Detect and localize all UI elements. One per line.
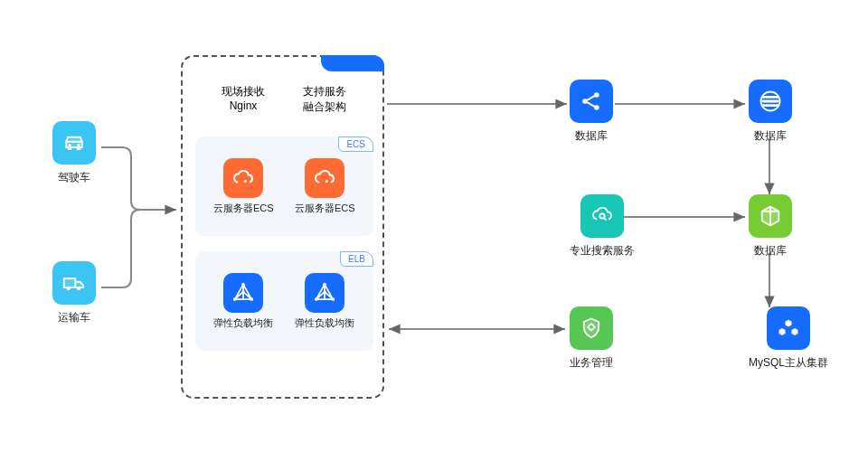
ecs-tag: ECS <box>338 137 373 152</box>
svg-point-8 <box>250 297 253 301</box>
triangle-net-icon <box>223 273 263 313</box>
elb-tag: ELB <box>340 251 373 267</box>
car-icon <box>52 121 96 165</box>
center-panel: 现场接收Nginx 支持服务融合架构 ECS 云服务器ECS 云服务器ECS E… <box>181 55 384 399</box>
center-text-2: 支持服务融合架构 <box>293 84 356 115</box>
truck-label: 运输车 <box>58 310 90 325</box>
connector-arrows <box>0 0 868 452</box>
cloud-search-icon <box>580 194 624 238</box>
svg-point-6 <box>241 283 245 287</box>
cloud-icon <box>223 158 263 198</box>
panel-ribbon <box>321 55 384 71</box>
svg-point-13 <box>323 290 326 293</box>
cluster-icon <box>767 306 810 350</box>
svg-point-12 <box>331 297 335 301</box>
node-r2c2: 数据库 <box>749 194 792 259</box>
node-r3c1: 业务管理 <box>570 306 613 371</box>
truck-icon <box>52 261 96 305</box>
node-r1c1: 数据库 <box>570 80 613 144</box>
stack-icon <box>749 80 792 123</box>
center-text-1: 现场接收Nginx <box>212 84 275 112</box>
svg-point-3 <box>77 287 80 290</box>
ecs-item-1: 云服务器ECS <box>213 158 274 215</box>
ecs-panel: ECS 云服务器ECS 云服务器ECS <box>195 137 373 236</box>
ecs-item-2: 云服务器ECS <box>295 158 355 215</box>
svg-point-1 <box>77 144 80 146</box>
cloud-icon <box>305 158 344 198</box>
svg-point-9 <box>241 290 244 293</box>
node-r2c1: 专业搜索服务 <box>570 194 635 259</box>
svg-point-18 <box>599 213 604 218</box>
cube-icon <box>749 194 792 238</box>
svg-point-10 <box>323 283 326 287</box>
svg-point-7 <box>233 297 237 301</box>
share-icon <box>570 80 613 123</box>
node-r3c2: MySQL主从集群 <box>749 306 828 371</box>
svg-point-2 <box>67 287 71 290</box>
svg-point-5 <box>326 180 328 183</box>
elb-item-2: 弹性负载均衡 <box>295 273 354 330</box>
node-car: 驾驶车 <box>52 121 96 185</box>
elb-item-1: 弹性负载均衡 <box>213 273 273 330</box>
car-label: 驾驶车 <box>58 170 90 185</box>
node-truck: 运输车 <box>52 261 96 325</box>
svg-point-4 <box>244 180 247 183</box>
svg-point-11 <box>315 297 318 301</box>
svg-point-0 <box>68 144 71 146</box>
node-r1c2: 数据库 <box>749 80 792 144</box>
shield-gear-icon <box>570 306 613 350</box>
elb-panel: ELB 弹性负载均衡 弹性负载均衡 <box>195 251 373 351</box>
triangle-net-icon <box>305 273 344 313</box>
